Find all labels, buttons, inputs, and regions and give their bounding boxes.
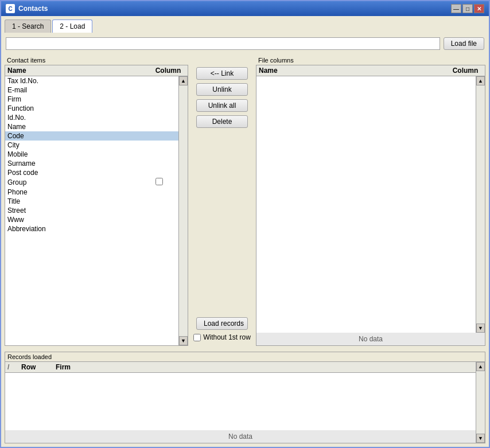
unlink-button[interactable]: Unlink	[196, 83, 248, 96]
records-scroll-up[interactable]: ▲	[476, 362, 485, 371]
middle-controls: <-- Link Unlink Unlink all Delete Load r…	[190, 56, 254, 346]
load-records-button[interactable]: Load records	[196, 317, 248, 330]
contact-header-column: Column	[151, 67, 185, 75]
file-col-header-column: Column	[448, 67, 483, 75]
file-columns-scrollbar[interactable]: ▲ ▼	[476, 76, 485, 333]
records-loaded-label: Records loaded	[5, 352, 485, 362]
contact-list-row[interactable]: Firm	[5, 95, 178, 104]
contact-list-row[interactable]: Www	[5, 215, 178, 224]
contact-row-name: Surname	[7, 159, 142, 167]
file-col-scroll-up[interactable]: ▲	[476, 76, 485, 85]
contact-scroll-up[interactable]: ▲	[179, 76, 188, 85]
without-first-row-checkbox[interactable]	[193, 334, 201, 341]
tab-search[interactable]: 1 - Search	[5, 20, 51, 33]
link-button[interactable]: <-- Link	[196, 67, 248, 80]
window-title: Contacts	[18, 5, 48, 13]
records-table: / Row Firm No data ▲ ▼	[5, 362, 485, 443]
tab-load[interactable]: 2 - Load	[52, 20, 92, 33]
tab-bar: 1 - Search 2 - Load	[5, 20, 485, 33]
contact-items-label: Contact items	[5, 56, 188, 65]
file-columns-header: Name Column	[256, 65, 485, 76]
contact-row-name: Name	[7, 123, 142, 131]
contact-row-name: E-mail	[7, 86, 142, 94]
contact-list-row[interactable]: Mobile	[5, 150, 178, 159]
contact-list-header: Name Column	[5, 65, 188, 76]
contact-header-name: Name	[7, 67, 151, 75]
titlebar: C Contacts — □ ✕	[1, 1, 489, 16]
contact-scroll-down[interactable]: ▼	[179, 336, 188, 345]
contact-list-row[interactable]: Tax Id.No.	[5, 76, 178, 85]
contact-list-row[interactable]: Phone	[5, 188, 178, 197]
file-columns-scroll-area: ▲ ▼	[256, 76, 485, 333]
file-columns-panel: Name Column ▲ ▼ No data	[256, 65, 485, 346]
contact-list-row[interactable]: Street	[5, 206, 178, 215]
contact-row-name: Abbreviation	[7, 225, 142, 233]
contact-row-col	[142, 178, 176, 187]
contact-row-name: Id.No.	[7, 114, 142, 122]
contact-list-row[interactable]: Group	[5, 177, 178, 188]
contact-list-row[interactable]: City	[5, 141, 178, 150]
without-first-row-row: Without 1st row	[193, 333, 251, 341]
contact-list-row[interactable]: Surname	[5, 159, 178, 168]
contact-row-name: Code	[7, 132, 142, 140]
without-first-row-label: Without 1st row	[203, 333, 251, 341]
delete-button[interactable]: Delete	[196, 115, 248, 128]
contact-row-name: Www	[7, 216, 142, 224]
contact-list-row[interactable]: Name	[5, 122, 178, 131]
contact-row-name: Mobile	[7, 150, 142, 158]
contact-row-name: Tax Id.No.	[7, 77, 142, 85]
file-columns-body	[256, 76, 476, 333]
contact-list-row[interactable]: Post code	[5, 168, 178, 177]
main-panels: Contact items Name Column Tax Id.No.E-ma…	[5, 56, 485, 346]
records-header-slash: /	[7, 363, 21, 371]
contact-items-panel: Name Column Tax Id.No.E-mailFirmFunction…	[5, 65, 188, 346]
contact-list-body: Tax Id.No.E-mailFirmFunctionId.No.NameCo…	[5, 76, 178, 345]
contact-scroll-track	[179, 85, 188, 336]
contact-list-row[interactable]: Title	[5, 197, 178, 206]
group-checkbox[interactable]	[155, 178, 163, 185]
unlink-all-button[interactable]: Unlink all	[196, 99, 248, 112]
contact-list-row[interactable]: Function	[5, 104, 178, 113]
file-columns-no-data: No data	[256, 333, 485, 345]
file-columns-label: File columns	[256, 56, 485, 65]
maximize-button[interactable]: □	[462, 4, 473, 13]
contact-row-name: Title	[7, 197, 142, 205]
window-controls: — □ ✕	[451, 4, 484, 13]
tab-content-load: Load file Contact items Name Column	[5, 35, 485, 443]
records-no-data: No data	[5, 430, 476, 443]
contact-list-row[interactable]: E-mail	[5, 85, 178, 95]
contact-list-row[interactable]: Code	[5, 131, 178, 141]
records-table-body	[5, 373, 476, 430]
contact-list-scroll-area: Tax Id.No.E-mailFirmFunctionId.No.NameCo…	[5, 76, 188, 345]
records-loaded-panel: Records loaded / Row Firm No data ▲	[5, 352, 485, 443]
file-columns-section: File columns Name Column ▲ ▼	[256, 56, 485, 346]
close-button[interactable]: ✕	[474, 4, 484, 13]
records-scroll-down[interactable]: ▼	[476, 434, 485, 443]
load-file-button[interactable]: Load file	[444, 37, 484, 50]
file-path-input[interactable]	[6, 37, 440, 50]
records-scroll-track	[476, 371, 485, 434]
contact-list-scrollbar[interactable]: ▲ ▼	[178, 76, 188, 345]
file-col-scroll-down[interactable]: ▼	[476, 324, 485, 333]
file-bar: Load file	[5, 35, 485, 52]
records-table-header: / Row Firm	[5, 362, 476, 373]
contact-list-row[interactable]: Abbreviation	[5, 224, 178, 233]
contact-list-row[interactable]: Id.No.	[5, 113, 178, 122]
app-icon: C	[6, 4, 15, 13]
titlebar-left: C Contacts	[6, 4, 48, 13]
file-col-scroll-track	[476, 85, 485, 324]
contact-row-name: Group	[7, 178, 142, 186]
minimize-button[interactable]: —	[451, 4, 461, 13]
main-window: C Contacts — □ ✕ 1 - Search 2 - Load Loa…	[0, 0, 490, 448]
records-header-firm: Firm	[56, 363, 473, 371]
contact-items-section: Contact items Name Column Tax Id.No.E-ma…	[5, 56, 188, 346]
file-col-header-name: Name	[259, 67, 448, 75]
contact-row-name: Phone	[7, 188, 142, 196]
content-area: 1 - Search 2 - Load Load file Contact it…	[1, 16, 489, 447]
contact-row-name: Firm	[7, 95, 142, 103]
contact-row-name: Function	[7, 104, 142, 112]
records-table-inner: / Row Firm No data	[5, 362, 476, 443]
contact-row-name: Post code	[7, 169, 142, 177]
records-scrollbar[interactable]: ▲ ▼	[476, 362, 485, 443]
contact-row-name: Street	[7, 207, 142, 215]
